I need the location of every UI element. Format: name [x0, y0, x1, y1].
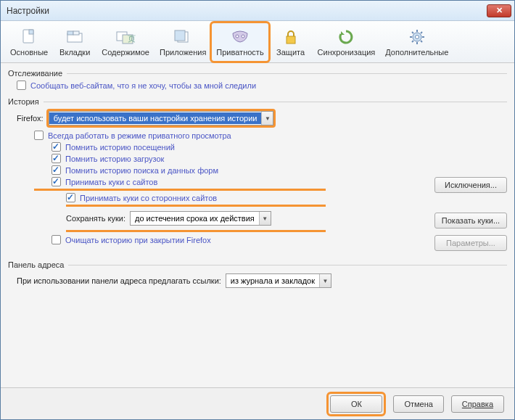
remember-downloads-checkbox[interactable]: [52, 154, 61, 163]
svg-point-10: [236, 35, 239, 38]
highlight-rule: [66, 205, 326, 207]
accept-third-checkbox[interactable]: [66, 193, 75, 202]
tab-label: Приватность: [216, 48, 263, 57]
svg-line-20: [421, 41, 422, 42]
remember-visits-checkbox[interactable]: [52, 142, 61, 152]
svg-text:页: 页: [128, 34, 136, 43]
sync-icon: [334, 27, 358, 47]
tab-label: Основные: [10, 48, 48, 57]
group-title: История: [8, 97, 39, 106]
dnt-label: Сообщать веб-сайтам, что я не хочу, чтоб…: [30, 81, 256, 90]
titlebar: Настройки ✕: [1, 1, 514, 21]
accept-cookies-checkbox[interactable]: [52, 177, 61, 186]
window-title: Настройки: [7, 6, 487, 16]
lock-icon: [279, 27, 302, 47]
addressbar-row: При использовании панели адреса предлага…: [17, 273, 507, 288]
svg-rect-3: [67, 31, 73, 35]
tab-sync[interactable]: Синхронизация: [313, 22, 381, 62]
addressbar-suggest-dropdown[interactable]: из журнала и закладок ▼: [226, 273, 331, 288]
dropdown-value: до истечения срока их действия: [131, 213, 259, 224]
settings-window: Настройки ✕ Основные Вкладки 页 Содержимо…: [0, 0, 515, 420]
highlight-rule: [34, 189, 326, 191]
addressbar-label: При использовании панели адреса предлага…: [17, 276, 221, 285]
remember-forms-row: Помнить историю поиска и данных форм: [52, 165, 507, 175]
tab-apps[interactable]: Приложения: [154, 22, 211, 62]
ok-button[interactable]: ОК: [330, 395, 382, 413]
accept-third-label: Принимать куки со сторонних сайтов: [80, 194, 217, 202]
clear-on-close-label: Очищать историю при закрытии Firefox: [65, 236, 211, 244]
remember-downloads-label: Помнить историю загрузок: [65, 155, 164, 163]
chevron-down-icon: ▼: [319, 274, 331, 287]
close-icon: ✕: [496, 6, 503, 15]
dropdown-value: будет использовать ваши настройки хранен…: [49, 112, 262, 124]
tracking-dnt-row: Сообщать веб-сайтам, что я не хочу, чтоб…: [17, 81, 507, 90]
tab-content[interactable]: 页 Содержимое: [96, 22, 154, 62]
dnt-checkbox[interactable]: [17, 81, 26, 90]
tab-label: Приложения: [160, 48, 206, 57]
history-mode-row: Firefox: будет использовать ваши настрой…: [17, 109, 507, 128]
group-addressbar: Панель адреса: [8, 260, 507, 269]
svg-point-14: [415, 36, 419, 39]
dropdown-value: из журнала и закладок: [226, 275, 319, 287]
tab-advanced[interactable]: Дополнительные: [380, 22, 453, 62]
highlight-rule: [66, 230, 326, 232]
close-button[interactable]: ✕: [487, 4, 511, 17]
chevron-down-icon: ▼: [259, 212, 271, 225]
divider: [67, 73, 507, 74]
divider: [68, 265, 507, 265]
tabs-toolbar: Основные Вкладки 页 Содержимое Приложения…: [1, 21, 514, 63]
exceptions-button[interactable]: Исключения...: [434, 177, 507, 193]
svg-line-19: [412, 32, 413, 33]
remember-forms-checkbox[interactable]: [52, 165, 61, 175]
tab-label: Защита: [276, 48, 305, 57]
always-private-label: Всегда работать в режиме приватного прос…: [48, 131, 231, 140]
history-mode-dropdown[interactable]: будет использовать ваши настройки хранен…: [49, 111, 274, 125]
params-button: Параметры...: [434, 235, 507, 251]
show-cookies-button[interactable]: Показать куки...: [434, 213, 507, 228]
svg-rect-1: [29, 30, 33, 34]
always-private-checkbox[interactable]: [34, 131, 44, 140]
tab-label: Дополнительные: [385, 48, 448, 57]
tabs-icon: [63, 27, 86, 47]
content-area: Отслеживание Сообщать веб-сайтам, что я …: [1, 63, 514, 387]
highlight-box: ОК: [326, 392, 386, 416]
always-private-row: Всегда работать в режиме приватного прос…: [34, 131, 507, 140]
group-title: Отслеживание: [8, 69, 62, 78]
svg-point-11: [242, 35, 244, 38]
accept-cookies-label: Принимать куки с сайтов: [65, 178, 157, 186]
tab-label: Синхронизация: [318, 48, 376, 57]
help-button[interactable]: Справка: [451, 395, 504, 413]
group-tracking: Отслеживание: [8, 69, 507, 78]
content-icon: 页: [114, 27, 137, 47]
svg-rect-12: [287, 36, 295, 44]
tab-general[interactable]: Основные: [5, 22, 53, 62]
apps-icon: [171, 27, 194, 47]
remember-visits-row: Помнить историю посещений: [52, 142, 507, 152]
remember-visits-label: Помнить историю посещений: [65, 143, 175, 152]
svg-line-21: [421, 32, 422, 33]
svg-rect-9: [175, 30, 185, 41]
group-title: Панель адреса: [8, 260, 64, 269]
tab-privacy[interactable]: Приватность: [211, 22, 268, 62]
clear-on-close-checkbox[interactable]: [52, 235, 61, 244]
tab-tabs[interactable]: Вкладки: [53, 22, 96, 62]
keep-cookies-dropdown[interactable]: до истечения срока их действия ▼: [130, 211, 271, 226]
highlight-box: будет использовать ваши настройки хранен…: [46, 109, 276, 128]
page-icon: [17, 27, 41, 47]
accept-third-row: Принимать куки со сторонних сайтов: [66, 193, 507, 202]
divider: [44, 102, 507, 102]
gear-icon: [405, 27, 429, 47]
tab-security[interactable]: Защита: [269, 22, 313, 62]
tab-label: Содержимое: [102, 48, 149, 57]
tab-label: Вкладки: [59, 48, 90, 57]
group-history: История: [8, 97, 507, 106]
mask-icon: [228, 27, 252, 47]
cancel-button[interactable]: Отмена: [393, 395, 443, 413]
keep-cookies-label: Сохранять куки:: [66, 214, 125, 223]
footer: ОК Отмена Справка: [1, 387, 514, 419]
remember-forms-label: Помнить историю поиска и данных форм: [65, 166, 218, 175]
remember-downloads-row: Помнить историю загрузок: [52, 154, 507, 163]
svg-rect-4: [73, 31, 79, 35]
help-label: Справка: [462, 400, 493, 408]
svg-line-22: [412, 41, 413, 42]
